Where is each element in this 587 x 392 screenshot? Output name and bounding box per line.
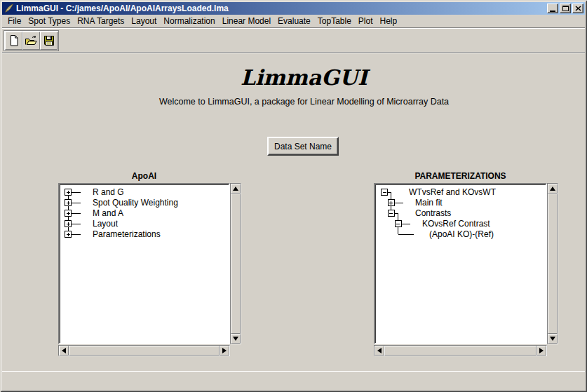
toolbar xyxy=(2,29,585,53)
parameterizations-tree: WTvsRef and KOvsWT Main fit Contra xyxy=(377,186,547,344)
tree-node[interactable]: WTvsRef and KOvsWT xyxy=(382,187,497,197)
apoai-tree-listbox[interactable]: R and G Spot Quality Weighting xyxy=(58,183,230,344)
scroll-down-button[interactable] xyxy=(231,334,241,344)
save-file-button[interactable] xyxy=(40,32,58,50)
close-icon xyxy=(575,6,581,11)
tree-node[interactable]: M and A xyxy=(65,208,124,218)
scroll-up-button[interactable] xyxy=(548,184,558,194)
parameterizations-horizontal-scrollbar[interactable] xyxy=(374,345,547,356)
open-folder-icon xyxy=(25,34,38,47)
scroll-right-button[interactable] xyxy=(220,346,229,356)
arrow-down-icon xyxy=(233,337,238,341)
menu-help[interactable]: Help xyxy=(377,15,401,27)
menu-rna-targets[interactable]: RNA Targets xyxy=(74,15,128,27)
parameterizations-panel: PARAMETERIZATIONS xyxy=(374,171,558,356)
tree-node-label[interactable]: Spot Quality Weighting xyxy=(93,198,178,208)
minimize-icon xyxy=(550,11,555,12)
apoai-horizontal-scrollbar[interactable] xyxy=(58,345,230,356)
open-file-button[interactable] xyxy=(22,32,40,50)
page-subtitle: Welcome to LimmaGUI, a package for Linea… xyxy=(23,97,585,107)
menu-linear-model[interactable]: Linear Model xyxy=(219,15,274,27)
tree-node-label[interactable]: Parameterizations xyxy=(93,229,161,239)
main-content: LimmaGUI Welcome to LimmaGUI, a package … xyxy=(2,53,585,372)
arrow-up-icon xyxy=(550,187,555,191)
app-window: LimmaGUI - C:/james/ApoAI/ApoAIArraysLoa… xyxy=(0,0,587,392)
parameterizations-tree-listbox[interactable]: WTvsRef and KOvsWT Main fit Contra xyxy=(374,183,547,344)
arrow-left-icon xyxy=(377,348,382,353)
window-controls xyxy=(547,4,583,13)
maximize-icon xyxy=(562,6,569,11)
new-document-icon xyxy=(8,34,20,47)
menu-spot-types[interactable]: Spot Types xyxy=(25,15,74,27)
arrow-right-icon xyxy=(222,348,227,353)
tree-node[interactable]: R and G xyxy=(65,187,124,197)
menu-plot[interactable]: Plot xyxy=(355,15,377,27)
toolbar-group xyxy=(4,30,59,51)
page-title: LimmaGUI xyxy=(23,65,585,90)
apoai-panel: ApoAI R and G xyxy=(58,171,241,356)
window-title: LimmaGUI - C:/james/ApoAI/ApoAIArraysLoa… xyxy=(16,2,229,15)
tree-node[interactable]: (ApoAI KO)-(Ref) xyxy=(429,229,494,239)
tree-node[interactable]: Layout xyxy=(65,219,119,229)
scrollbar-thumb[interactable] xyxy=(231,194,241,334)
arrow-right-icon xyxy=(539,348,544,353)
tree-node-label[interactable]: Layout xyxy=(93,219,119,229)
tree-node-label[interactable]: WTvsRef and KOvsWT xyxy=(409,187,497,197)
scrollbar-thumb[interactable] xyxy=(548,194,558,334)
tk-feather-icon xyxy=(4,4,14,13)
parameterizations-panel-title: PARAMETERIZATIONS xyxy=(374,171,547,183)
tree-node[interactable]: Spot Quality Weighting xyxy=(65,198,178,208)
scroll-down-button[interactable] xyxy=(548,334,558,344)
arrow-down-icon xyxy=(550,337,555,341)
close-button[interactable] xyxy=(572,4,583,13)
menu-layout[interactable]: Layout xyxy=(128,15,160,27)
apoai-tree: R and G Spot Quality Weighting xyxy=(61,186,230,344)
maximize-button[interactable] xyxy=(560,4,571,13)
tree-node-label[interactable]: (ApoAI KO)-(Ref) xyxy=(429,229,494,239)
tree-node-label[interactable]: M and A xyxy=(93,208,123,218)
tree-node-label[interactable]: KOvsRef Contrast xyxy=(422,219,490,229)
minimize-button[interactable] xyxy=(547,4,558,13)
arrow-left-icon xyxy=(62,348,66,353)
scroll-up-button[interactable] xyxy=(231,184,241,194)
menubar: File Spot Types RNA Targets Layout Norma… xyxy=(2,15,585,28)
arrow-up-icon xyxy=(233,187,238,191)
scroll-left-button[interactable] xyxy=(375,346,384,356)
tree-node-label[interactable]: R and G xyxy=(93,187,124,197)
scroll-left-button[interactable] xyxy=(59,346,69,356)
scrollbar-thumb[interactable] xyxy=(384,346,537,356)
tree-node-label[interactable]: Main fit xyxy=(415,198,443,208)
menu-toptable[interactable]: TopTable xyxy=(314,15,355,27)
scrollbar-thumb[interactable] xyxy=(69,346,220,356)
scroll-right-button[interactable] xyxy=(537,346,546,356)
new-file-button[interactable] xyxy=(5,32,22,50)
tree-node[interactable]: Parameterizations xyxy=(65,229,161,239)
data-set-name-button[interactable]: Data Set Name xyxy=(267,137,339,156)
menu-evaluate[interactable]: Evaluate xyxy=(274,15,314,27)
apoai-panel-title: ApoAI xyxy=(58,171,230,183)
menu-normalization[interactable]: Normalization xyxy=(160,15,218,27)
save-floppy-icon xyxy=(43,34,55,47)
parameterizations-vertical-scrollbar[interactable] xyxy=(547,183,558,344)
tree-node-label[interactable]: Contrasts xyxy=(415,208,451,218)
apoai-vertical-scrollbar[interactable] xyxy=(230,183,241,344)
titlebar[interactable]: LimmaGUI - C:/james/ApoAI/ApoAIArraysLoa… xyxy=(2,2,585,15)
menu-file[interactable]: File xyxy=(4,15,25,27)
